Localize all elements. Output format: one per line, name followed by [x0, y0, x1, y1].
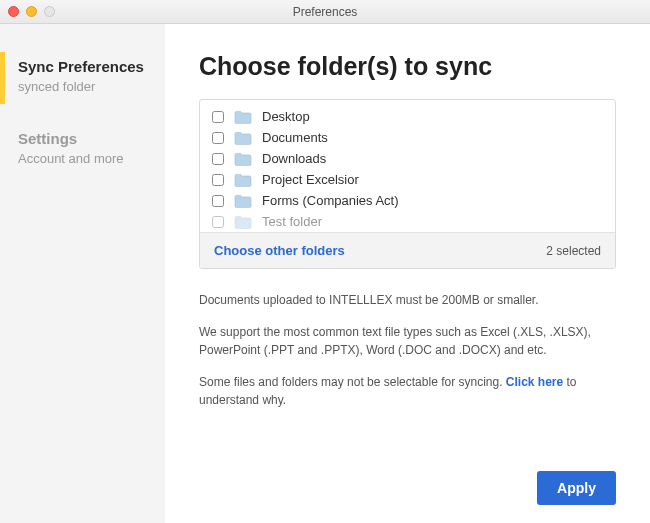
folder-picker: Desktop Documents Down	[199, 99, 616, 269]
checkbox[interactable]	[212, 111, 224, 123]
folder-name: Test folder	[262, 214, 322, 229]
action-bar: Apply	[199, 461, 616, 505]
window-body: Sync Preferences synced folder Settings …	[0, 24, 650, 523]
info-text-fragment: Some files and folders may not be select…	[199, 375, 506, 389]
folder-icon	[234, 194, 252, 208]
sidebar: Sync Preferences synced folder Settings …	[0, 24, 165, 523]
folder-row[interactable]: Project Excelsior	[200, 169, 615, 190]
sidebar-item-title: Sync Preferences	[18, 58, 151, 77]
folder-icon	[234, 131, 252, 145]
folder-name: Forms (Companies Act)	[262, 193, 399, 208]
checkbox[interactable]	[212, 174, 224, 186]
learn-more-link[interactable]: Click here	[506, 375, 563, 389]
folder-icon	[234, 152, 252, 166]
info-file-types: We support the most common text file typ…	[199, 323, 616, 359]
preferences-window: Preferences Sync Preferences synced fold…	[0, 0, 650, 523]
folder-row[interactable]: Desktop	[200, 106, 615, 127]
main-panel: Choose folder(s) to sync Desktop	[165, 24, 650, 523]
folder-picker-footer: Choose other folders 2 selected	[200, 232, 615, 268]
titlebar: Preferences	[0, 0, 650, 24]
folder-list: Desktop Documents Down	[200, 100, 615, 232]
folder-row[interactable]: Test folder	[200, 211, 615, 232]
folder-row[interactable]: Documents	[200, 127, 615, 148]
folder-name: Project Excelsior	[262, 172, 359, 187]
folder-icon	[234, 110, 252, 124]
folder-name: Desktop	[262, 109, 310, 124]
folder-icon	[234, 215, 252, 229]
info-not-selectable: Some files and folders may not be select…	[199, 373, 616, 409]
close-window-button[interactable]	[8, 6, 19, 17]
sidebar-item-title: Settings	[18, 130, 151, 149]
minimize-window-button[interactable]	[26, 6, 37, 17]
folder-row[interactable]: Forms (Companies Act)	[200, 190, 615, 211]
folder-icon	[234, 173, 252, 187]
choose-other-folders-link[interactable]: Choose other folders	[214, 243, 345, 258]
sidebar-item-settings[interactable]: Settings Account and more	[0, 124, 165, 176]
checkbox[interactable]	[212, 132, 224, 144]
checkbox[interactable]	[212, 153, 224, 165]
zoom-window-button[interactable]	[44, 6, 55, 17]
checkbox[interactable]	[212, 195, 224, 207]
folder-name: Downloads	[262, 151, 326, 166]
sidebar-item-subtitle: Account and more	[18, 151, 151, 166]
sidebar-item-subtitle: synced folder	[18, 79, 151, 94]
checkbox[interactable]	[212, 216, 224, 228]
info-size-limit: Documents uploaded to INTELLLEX must be …	[199, 291, 616, 309]
window-controls	[8, 6, 55, 17]
page-heading: Choose folder(s) to sync	[199, 52, 616, 81]
info-text: Documents uploaded to INTELLLEX must be …	[199, 291, 616, 423]
selected-count: 2 selected	[546, 244, 601, 258]
apply-button[interactable]: Apply	[537, 471, 616, 505]
window-title: Preferences	[0, 5, 650, 19]
folder-row[interactable]: Downloads	[200, 148, 615, 169]
folder-name: Documents	[262, 130, 328, 145]
sidebar-item-sync-preferences[interactable]: Sync Preferences synced folder	[0, 52, 165, 104]
